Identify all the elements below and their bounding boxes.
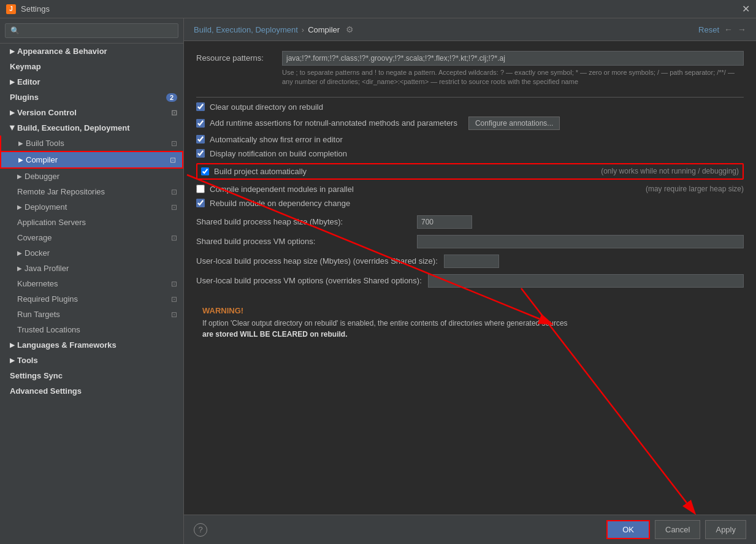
build-automatically-checkbox[interactable]	[201, 167, 209, 175]
sidebar-item-editor[interactable]: ▶ Editor	[0, 74, 183, 90]
display-notification-label: Display notification on build completion	[210, 149, 347, 158]
sidebar-item-label: Appearance & Behavior	[17, 47, 107, 56]
sidebar-item-label: Application Servers	[17, 218, 86, 227]
sidebar-item-required-plugins[interactable]: Required Plugins ⊡	[0, 291, 183, 307]
sidebar-item-label: Languages & Frameworks	[17, 340, 116, 350]
user-heap-label: User-local build process heap size (Mbyt…	[196, 256, 438, 266]
sidebar-item-tools[interactable]: ▶ Tools	[0, 353, 183, 368]
sidebar-item-trusted-locations[interactable]: Trusted Locations	[0, 322, 183, 337]
sidebar-item-label: Required Plugins	[17, 294, 78, 304]
sidebar-item-label: Version Control	[17, 108, 77, 117]
sidebar-item-label: Coverage	[17, 233, 52, 242]
sidebar-item-compiler[interactable]: ▶ Compiler ⊡	[0, 151, 183, 169]
sidebar-item-label: Remote Jar Repositories	[17, 187, 105, 196]
sidebar-item-advanced-settings[interactable]: Advanced Settings	[0, 383, 183, 399]
chevron-icon: ▶	[10, 357, 15, 364]
user-vm-input[interactable]	[428, 274, 744, 288]
checkbox-compile-parallel: Compile independent modules in parallel …	[196, 185, 744, 194]
sidebar-item-keymap[interactable]: Keymap	[0, 59, 183, 74]
clear-output-checkbox[interactable]	[196, 102, 205, 111]
sidebar-item-label: Plugins	[10, 93, 39, 102]
checkbox-clear-output: Clear output directory on rebuild	[196, 102, 744, 112]
sidebar-item-label: Keymap	[10, 62, 41, 71]
sidebar-item-settings-sync[interactable]: Settings Sync	[0, 368, 183, 383]
window-title: Settings	[21, 4, 742, 13]
back-button[interactable]: ←	[724, 25, 733, 34]
sidebar-item-run-targets[interactable]: Run Targets ⊡	[0, 307, 183, 322]
sidebar-item-java-profiler[interactable]: ▶ Java Profiler	[0, 261, 183, 276]
ok-button[interactable]: OK	[606, 520, 650, 539]
sidebar-item-label: Trusted Locations	[17, 325, 80, 334]
apply-button[interactable]: Apply	[705, 520, 746, 539]
sidebar-item-build-tools[interactable]: ▶ Build Tools ⊡	[0, 136, 183, 151]
shared-heap-input[interactable]	[417, 215, 472, 229]
sidebar-item-app-servers[interactable]: Application Servers	[0, 215, 183, 230]
sidebar-item-label: Kubernetes	[17, 279, 58, 288]
shared-heap-row: Shared build process heap size (Mbytes):	[196, 215, 744, 229]
sidebar: ▶ Appearance & Behavior Keymap ▶ Editor …	[0, 18, 184, 544]
user-vm-label: User-local build process VM options (ove…	[196, 276, 422, 285]
user-heap-input[interactable]	[444, 255, 499, 268]
checkbox-rebuild-module: Rebuild module on dependency change	[196, 199, 744, 208]
add-assertions-label: Add runtime assertions for notnull-annot…	[210, 118, 457, 128]
checkbox-build-automatically-row: Build project automatically (only works …	[196, 163, 744, 180]
warning-text-1: If option 'Clear output directory on reb…	[202, 319, 568, 328]
sidebar-item-label: Build, Execution, Deployment	[17, 123, 129, 132]
sidebar-item-kubernetes[interactable]: Kubernetes ⊡	[0, 276, 183, 291]
close-button[interactable]: ✕	[742, 3, 750, 15]
configure-annotations-button[interactable]: Configure annotations...	[468, 117, 560, 130]
search-input[interactable]	[5, 23, 178, 38]
sidebar-item-label: Docker	[25, 248, 50, 258]
sidebar-item-label: Deployment	[25, 202, 67, 212]
checkbox-display-notification: Display notification on build completion	[196, 149, 744, 158]
rebuild-module-checkbox[interactable]	[196, 199, 205, 207]
header-actions: Reset ← →	[698, 25, 746, 34]
plugins-badge: 2	[166, 93, 177, 102]
breadcrumb-parent[interactable]: Build, Execution, Deployment	[194, 25, 298, 34]
sidebar-item-docker[interactable]: ▶ Docker	[0, 245, 183, 261]
sidebar-item-label: Advanced Settings	[10, 386, 82, 396]
sidebar-item-version-control[interactable]: ▶ Version Control ⊡	[0, 105, 183, 120]
resource-patterns-label: Resource patterns:	[196, 51, 282, 63]
settings-icon: ⊡	[171, 310, 177, 319]
sidebar-item-remote-jar[interactable]: Remote Jar Repositories ⊡	[0, 184, 183, 199]
reset-button[interactable]: Reset	[698, 25, 719, 34]
display-notification-checkbox[interactable]	[196, 149, 205, 158]
content-body: Resource patterns: Use ; to separate pat…	[184, 41, 756, 515]
sidebar-item-languages[interactable]: ▶ Languages & Frameworks	[0, 337, 183, 353]
chevron-icon: ▶	[10, 48, 15, 55]
rebuild-module-label: Rebuild module on dependency change	[210, 199, 350, 208]
settings-icon: ⊡	[171, 109, 177, 117]
content-header: Build, Execution, Deployment › Compiler …	[184, 18, 756, 41]
shared-vm-row: Shared build process VM options:	[196, 235, 744, 248]
user-heap-row: User-local build process heap size (Mbyt…	[196, 255, 744, 268]
help-button[interactable]: ?	[194, 523, 207, 537]
resource-patterns-input[interactable]	[282, 51, 744, 66]
app-icon: J	[6, 4, 16, 14]
warning-title: WARNING!	[202, 306, 738, 315]
sidebar-item-debugger[interactable]: ▶ Debugger	[0, 169, 183, 184]
sidebar-item-appearance[interactable]: ▶ Appearance & Behavior	[0, 44, 183, 59]
sidebar-item-build-exec-deploy[interactable]: ▶ Build, Execution, Deployment	[0, 120, 183, 136]
show-first-error-label: Automatically show first error in editor	[210, 135, 343, 144]
sidebar-tree: ▶ Appearance & Behavior Keymap ▶ Editor …	[0, 44, 183, 544]
settings-window: J Settings ✕ ▶ Appearance & Behavior Key…	[0, 0, 756, 544]
sidebar-item-deployment[interactable]: ▶ Deployment ⊡	[0, 199, 183, 215]
sidebar-item-plugins[interactable]: Plugins 2	[0, 90, 183, 105]
chevron-icon: ▶	[10, 109, 15, 116]
show-first-error-checkbox[interactable]	[196, 135, 205, 144]
resource-patterns-row: Resource patterns: Use ; to separate pat…	[196, 51, 744, 87]
divider	[196, 97, 744, 98]
compile-parallel-checkbox[interactable]	[196, 185, 205, 193]
sidebar-item-coverage[interactable]: Coverage ⊡	[0, 230, 183, 245]
sidebar-item-label: Java Profiler	[25, 264, 69, 273]
checkbox-show-first-error: Automatically show first error in editor	[196, 135, 744, 144]
cancel-button[interactable]: Cancel	[655, 520, 700, 539]
forward-button[interactable]: →	[738, 25, 746, 34]
add-assertions-checkbox[interactable]	[196, 119, 205, 128]
build-automatically-note: (only works while not running / debuggin…	[601, 167, 739, 175]
chevron-icon: ▶	[10, 342, 15, 348]
shared-vm-input[interactable]	[417, 235, 744, 248]
sidebar-item-label: Tools	[17, 356, 38, 365]
sidebar-item-label: Compiler	[26, 155, 58, 164]
